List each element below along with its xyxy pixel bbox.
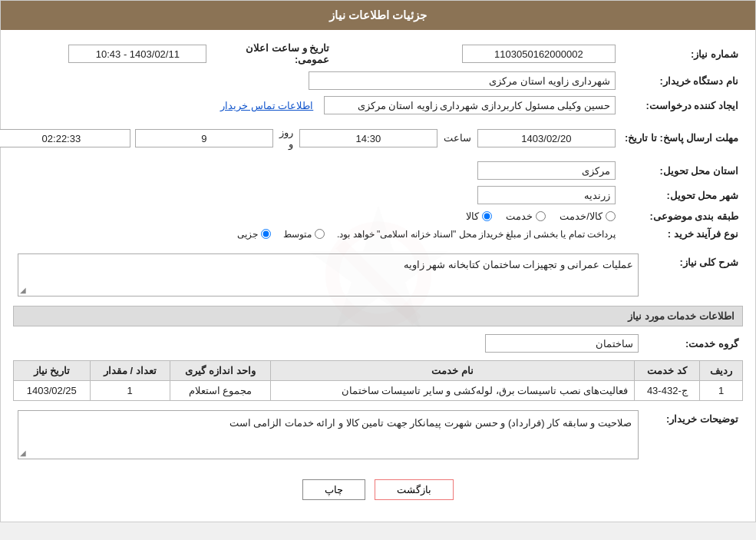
col-nam: نام خدمت: [271, 361, 635, 381]
services-table: ردیف کد خدمت نام خدمت واحد اندازه گیری ت…: [13, 360, 743, 401]
tarikh-label: تاریخ و ساعت اعلان عمومی:: [211, 39, 334, 68]
cell-nam: فعالیت‌های نصب تاسیسات برق، لوله‌کشی و س…: [271, 381, 635, 401]
sharhKoli-value: عملیات عمرانی و تجهیزات ساختمان کتابخانه…: [13, 250, 643, 300]
cell-vahed: مجموع استعلام: [170, 381, 270, 401]
tawzih-label: توضیحات خریدار:: [643, 407, 743, 462]
cell-tedad: 1: [90, 381, 170, 401]
cell-tarikh: 1403/02/25: [14, 381, 91, 401]
sharhKoli-label: شرح کلی نیاز:: [643, 250, 743, 300]
radio-mottavaset[interactable]: متوسط: [283, 229, 325, 240]
tabaqeh-value: کالا/خدمت خدمت کالا: [0, 207, 620, 225]
info-section: شماره نیاز: 1103050162000002 تاریخ و ساع…: [0, 39, 743, 243]
ejaad-label: ایجاد کننده درخواست:: [620, 93, 743, 118]
col-kod: کد خدمت: [635, 361, 700, 381]
radio-khedmat[interactable]: خدمت: [506, 210, 546, 222]
ostan-value: مرکزی: [0, 158, 620, 183]
radio-jazee[interactable]: جزیی: [237, 229, 271, 240]
tawzih-value: صلاحیت و سابقه کار (فرارداد) و حسن شهرت …: [13, 407, 643, 462]
table-row: 1 ج-432-43 فعالیت‌های نصب تاسیسات برق، ل…: [14, 381, 743, 401]
ejaad-value: حسین وکیلی مسئول کاربردازی شهرداری زاویه…: [0, 93, 620, 118]
tabaqeh-label: طبقه بندی موضوعی:: [620, 207, 743, 225]
sharh-text: عملیات عمرانی و تجهیزات ساختمان کتابخانه…: [404, 259, 633, 270]
tawzih-resize-icon: ◢: [20, 449, 26, 457]
resize-icon: ◢: [20, 286, 26, 294]
col-tedad: تعداد / مقدار: [90, 361, 170, 381]
namDastgah-value: شهرداری زاویه استان مرکزی: [0, 68, 620, 93]
radio-kala-khedmat[interactable]: کالا/خدمت: [560, 210, 616, 222]
mohlat-value: 1403/02/20 ساعت 14:30 روز و 9 02:22:33 س…: [0, 118, 620, 158]
shomareNiaz-value: 1103050162000002: [334, 39, 620, 68]
shahr-label: شهر محل تحویل:: [620, 183, 743, 207]
shahr-value: زرندیه: [0, 183, 620, 207]
farayand-value: پرداخت تمام یا بخشی از مبلغ خریداز محل "…: [0, 225, 620, 243]
shomareNiaz-label: شماره نیاز:: [620, 39, 743, 68]
khadamat-section-header: اطلاعات خدمات مورد نیاز: [13, 306, 743, 326]
cell-radif: 1: [700, 381, 743, 401]
ostan-label: استان محل تحویل:: [620, 158, 743, 183]
mohlat-label: مهلت ارسال پاسخ: تا تاریخ:: [620, 118, 743, 158]
contact-link[interactable]: اطلاعات تماس خریدار: [220, 100, 313, 111]
namDastgah-label: نام دستگاه خریدار:: [620, 68, 743, 93]
goroh-value: ساختمان: [13, 331, 643, 356]
bottom-buttons: بازگشت چاپ: [13, 470, 743, 512]
col-radif: ردیف: [700, 361, 743, 381]
tarikh-value: 1403/02/11 - 10:43: [0, 39, 211, 68]
farayand-label: نوع فرآیند خرید :: [620, 225, 743, 243]
col-tarikh: تاریخ نیاز: [14, 361, 91, 381]
back-button[interactable]: بازگشت: [375, 479, 454, 500]
cell-kod: ج-432-43: [635, 381, 700, 401]
radio-kala[interactable]: کالا: [466, 210, 492, 222]
page-title: جزئیات اطلاعات نیاز: [1, 1, 755, 30]
col-vahed: واحد اندازه گیری: [170, 361, 270, 381]
tawzih-text: صلاحیت و سابقه کار (فرارداد) و حسن شهرت …: [229, 417, 632, 429]
goroh-label: گروه خدمت:: [643, 331, 743, 356]
purchase-desc: پرداخت تمام یا بخشی از مبلغ خریداز محل "…: [337, 229, 616, 240]
print-button[interactable]: چاپ: [302, 479, 365, 500]
